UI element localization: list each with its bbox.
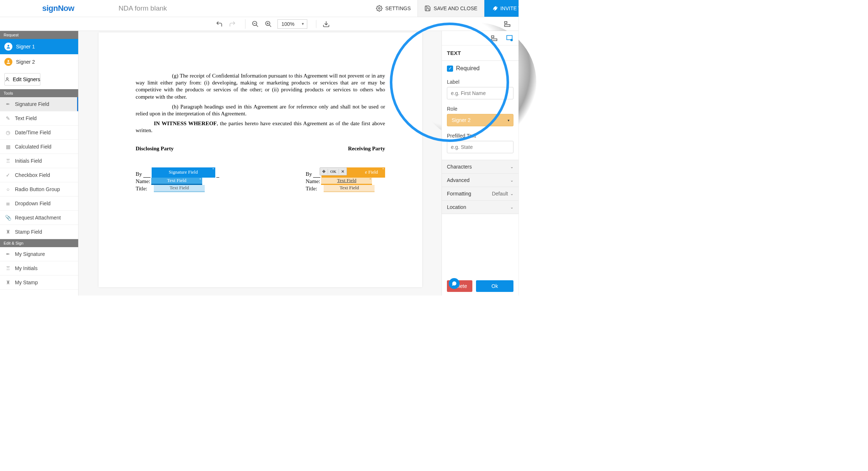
text-field-name-signer2[interactable]: Text Field* bbox=[321, 178, 372, 185]
paragraph-g: (g) The receipt of Confidential Informat… bbox=[136, 72, 385, 100]
document-page: (g) The receipt of Confidential Informat… bbox=[99, 32, 422, 287]
panel-settings-button[interactable] bbox=[505, 34, 513, 42]
request-section-header: Request bbox=[0, 31, 78, 39]
zoom-in-button[interactable] bbox=[264, 20, 272, 28]
fields-settings-icon bbox=[506, 35, 513, 42]
zoom-in-icon bbox=[265, 20, 272, 28]
tool-stamp-field[interactable]: ♜Stamp Field bbox=[0, 225, 78, 239]
svg-rect-9 bbox=[505, 21, 507, 23]
signer-icon bbox=[4, 58, 12, 66]
stamp-icon: ♜ bbox=[5, 280, 11, 285]
move-handle-icon[interactable]: ✥ bbox=[320, 169, 328, 174]
undo-button[interactable] bbox=[215, 20, 223, 28]
tool-initials-field[interactable]: ♖Initials Field bbox=[0, 154, 78, 168]
text-field-title-signer1[interactable]: Text Field bbox=[154, 185, 205, 192]
zoom-out-icon bbox=[252, 20, 259, 28]
tool-dropdown-field[interactable]: ≣Dropdown Field bbox=[0, 197, 78, 211]
my-initials[interactable]: ♖My Initials bbox=[0, 261, 78, 276]
download-icon bbox=[323, 20, 330, 28]
signature-field-signer2[interactable]: ✥ OK ✕ e Field* bbox=[321, 167, 385, 178]
ok-button[interactable]: Ok bbox=[476, 280, 513, 292]
role-select[interactable]: Signer 2 bbox=[447, 114, 513, 126]
label-field-label: Label bbox=[447, 79, 513, 85]
signer-icon bbox=[4, 43, 12, 51]
chat-icon bbox=[451, 281, 457, 286]
pen-nib-icon: ✒ bbox=[5, 101, 11, 107]
save-close-button[interactable]: SAVE AND CLOSE bbox=[417, 0, 484, 17]
signer-1-row[interactable]: Signer 1 bbox=[0, 39, 78, 54]
save-icon bbox=[424, 5, 431, 12]
svg-point-20 bbox=[511, 39, 512, 41]
brand-logo: signNow bbox=[0, 4, 116, 13]
initials-icon: ♖ bbox=[5, 265, 11, 271]
svg-rect-17 bbox=[492, 36, 494, 37]
my-signature[interactable]: ✒My Signature bbox=[0, 247, 78, 261]
confirm-button[interactable]: OK bbox=[328, 169, 339, 174]
paragraph-witness: IN WITNESS WHEREOF, the parties hereto h… bbox=[136, 120, 385, 134]
tool-checkbox-field[interactable]: ✓Checkbox Field bbox=[0, 168, 78, 182]
form-elements-icon bbox=[491, 35, 498, 42]
zoom-out-button[interactable] bbox=[251, 20, 259, 28]
signer-label: Signer 1 bbox=[16, 44, 35, 50]
prefilled-text-input[interactable] bbox=[447, 141, 513, 153]
signature-icon: ✒ bbox=[5, 251, 11, 257]
svg-point-15 bbox=[8, 60, 9, 62]
right-gutter bbox=[519, 0, 545, 296]
signer-2-row[interactable]: Signer 2 bbox=[0, 54, 78, 70]
left-sidebar: Request Signer 1 Signer 2 Edit Signers T… bbox=[0, 31, 79, 296]
top-bar: signNow NDA form blank SETTINGS SAVE AND… bbox=[0, 0, 545, 17]
pencil-icon: ✎ bbox=[5, 115, 11, 121]
paragraph-h: (h) Paragraph headings used in this Agre… bbox=[136, 103, 385, 117]
paperclip-icon: 📎 bbox=[5, 215, 11, 221]
required-checkbox[interactable]: ✓ bbox=[447, 66, 453, 72]
tool-datetime-field[interactable]: ◷Date/Time Field bbox=[0, 126, 78, 140]
download-button[interactable] bbox=[322, 20, 330, 28]
redo-button[interactable] bbox=[228, 20, 236, 28]
zoom-select[interactable]: 100% bbox=[277, 19, 307, 29]
my-stamp[interactable]: ♜My Stamp bbox=[0, 276, 78, 290]
label-input[interactable] bbox=[447, 87, 513, 99]
svg-line-2 bbox=[256, 25, 258, 27]
settings-button[interactable]: SETTINGS bbox=[369, 0, 417, 17]
signer-label: Signer 2 bbox=[16, 59, 35, 65]
form-elements-button[interactable] bbox=[503, 20, 511, 28]
chevron-down-icon: ⌄ bbox=[510, 178, 513, 183]
edit-signers-button[interactable]: Edit Signers bbox=[4, 73, 40, 86]
svg-line-5 bbox=[269, 25, 271, 27]
panel-form-elements-button[interactable] bbox=[490, 34, 498, 42]
person-icon bbox=[5, 77, 10, 82]
svg-rect-10 bbox=[505, 24, 510, 26]
tool-radio-button-group[interactable]: ○Radio Button Group bbox=[0, 182, 78, 197]
advanced-accordion[interactable]: Advanced⌄ bbox=[442, 174, 519, 187]
disclosing-party-block: By Signature Field* Name: Text Field* Ti… bbox=[136, 170, 219, 192]
editor-toolbar: 100% bbox=[0, 17, 545, 31]
required-label: Required bbox=[456, 65, 480, 72]
chevron-down-icon: ⌄ bbox=[510, 205, 513, 210]
receiving-party-block: By ✥ OK ✕ e Field* Name: Text Field* Tit… bbox=[305, 170, 385, 192]
panel-title: TEXT bbox=[442, 45, 519, 61]
tool-text-field[interactable]: ✎Text Field bbox=[0, 111, 78, 126]
formatting-accordion[interactable]: FormattingDefault⌄ bbox=[442, 187, 519, 201]
text-field-title-signer2[interactable]: Text Field bbox=[324, 185, 375, 192]
redo-icon bbox=[229, 20, 236, 28]
characters-accordion[interactable]: Characters⌄ bbox=[442, 160, 519, 174]
chevron-down-icon: ⌄ bbox=[510, 165, 513, 169]
close-icon[interactable]: ✕ bbox=[339, 169, 347, 174]
disclosing-party-header: Disclosing Party bbox=[136, 145, 174, 152]
chat-bubble-button[interactable] bbox=[449, 278, 460, 289]
form-elements-icon bbox=[504, 20, 511, 28]
feather-icon bbox=[491, 5, 497, 12]
tool-calculated-field[interactable]: ▦Calculated Field bbox=[0, 140, 78, 154]
signature-field-signer1[interactable]: Signature Field* bbox=[152, 167, 215, 178]
radio-icon: ○ bbox=[5, 186, 11, 192]
calculator-icon: ▦ bbox=[5, 144, 11, 150]
svg-point-14 bbox=[8, 45, 9, 47]
tools-section-header: Tools bbox=[0, 89, 78, 97]
gear-icon bbox=[376, 5, 383, 12]
initials-icon: ♖ bbox=[5, 158, 11, 164]
location-accordion[interactable]: Location⌄ bbox=[442, 201, 519, 214]
dropdown-icon: ≣ bbox=[5, 201, 11, 206]
text-field-name-signer1[interactable]: Text Field* bbox=[151, 178, 202, 185]
tool-request-attachment[interactable]: 📎Request Attachment bbox=[0, 211, 78, 225]
tool-signature-field[interactable]: ✒Signature Field bbox=[0, 97, 78, 111]
